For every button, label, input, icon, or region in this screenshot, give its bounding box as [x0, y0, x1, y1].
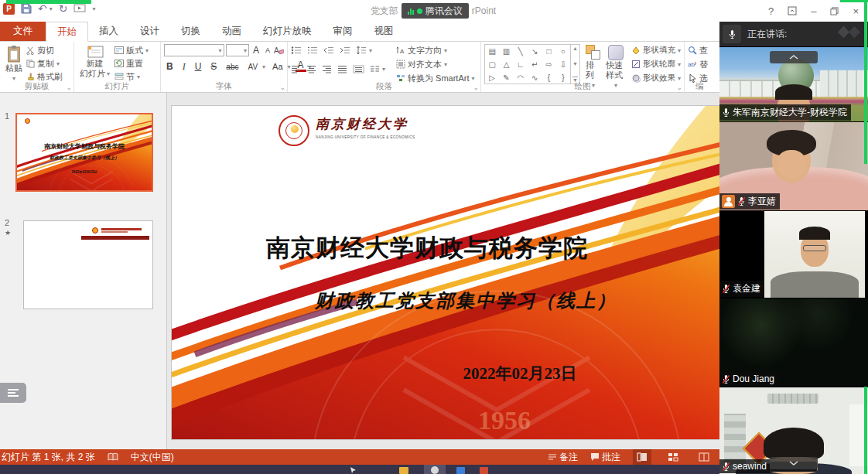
shapes-gallery: ▤ ▥ ╲ ↘ □ ○ ▢ △ ∟ ↵ ⇨ ⇩ ▷ ✎ ◠	[484, 44, 571, 84]
dialog-launcher-icon[interactable]: ⌄	[473, 84, 479, 91]
shape-cell[interactable]: △	[499, 58, 513, 71]
taskbar-folder-icon[interactable]	[399, 467, 408, 474]
font-size-combo[interactable]: ▾	[226, 44, 249, 56]
grow-font-button[interactable]: A	[251, 45, 261, 56]
align-text-button[interactable]: 对齐文本▾	[396, 58, 474, 70]
shape-cell[interactable]: ⇩	[556, 58, 570, 71]
tab-transitions[interactable]: 切换	[170, 22, 211, 41]
align-left-icon[interactable]	[291, 65, 301, 73]
reset-button[interactable]: 重置	[114, 57, 149, 70]
paste-button[interactable]: 粘贴 ▾	[3, 44, 25, 84]
increase-indent-icon[interactable]	[340, 46, 350, 55]
shrink-font-button[interactable]: A	[263, 46, 272, 54]
numbering-icon[interactable]	[307, 46, 318, 55]
text-direction-button[interactable]: A 文字方向▾	[396, 44, 474, 56]
decrease-indent-icon[interactable]	[323, 46, 334, 55]
powerpoint-app-icon[interactable]: P	[3, 3, 15, 15]
shape-cell[interactable]: ▥	[499, 45, 513, 58]
slide-title[interactable]: 南京财经大学财政与税务学院	[172, 232, 682, 264]
slide-canvas[interactable]: 南京财经大学 NANJING UNIVERSITY OF FINANCE & E…	[172, 106, 760, 439]
shape-cell[interactable]: ↘	[528, 45, 542, 58]
slide-thumbnail-1[interactable]: 南京财经大学财政与税务学院 财政教工党支部集中学习（线上） 2022年02月23…	[15, 113, 153, 192]
cut-button[interactable]: 剪切	[26, 44, 63, 56]
bold-button[interactable]: B	[164, 61, 176, 72]
floating-panel-toggle[interactable]	[0, 383, 26, 403]
help-button[interactable]: ?	[768, 5, 774, 17]
tab-home[interactable]: 开始	[46, 22, 88, 42]
taskbar-cursor-icon[interactable]	[350, 466, 357, 474]
char-spacing-button[interactable]: AV▾	[245, 60, 265, 73]
shape-cell[interactable]: ↵	[528, 58, 542, 71]
shape-cell[interactable]: ▤	[485, 45, 499, 58]
layout-grid-icon-2[interactable]	[849, 26, 861, 39]
line-spacing-icon[interactable]: ▾	[356, 44, 372, 56]
ribbon-display-options-icon[interactable]	[788, 6, 797, 15]
font-name-combo[interactable]: ▾	[164, 44, 224, 56]
tab-view[interactable]: 视图	[364, 22, 405, 41]
italic-button[interactable]: I	[180, 61, 188, 73]
shape-cell[interactable]: □	[542, 45, 555, 58]
slide-thumbnail-2[interactable]	[23, 220, 153, 309]
tab-review[interactable]: 审阅	[323, 22, 364, 41]
shape-cell[interactable]: ○	[556, 45, 570, 58]
view-normal-button[interactable]	[633, 449, 651, 465]
tab-design[interactable]: 设计	[129, 22, 170, 41]
participant-tile-doujiang[interactable]: Dou Jiang	[719, 298, 868, 387]
tab-insert[interactable]: 插入	[88, 22, 129, 41]
close-button[interactable]: ×	[853, 5, 859, 17]
dialog-launcher-icon[interactable]: ⌄	[676, 84, 682, 91]
distribute-icon[interactable]	[353, 65, 364, 73]
align-center-icon[interactable]	[306, 65, 316, 73]
collapse-panel-button[interactable]	[770, 51, 818, 63]
mic-muted-icon	[722, 462, 730, 472]
shadow-strike-button[interactable]: S	[208, 61, 219, 72]
shape-cell[interactable]: ∟	[514, 58, 528, 71]
microphone-button[interactable]	[723, 25, 741, 43]
justify-icon[interactable]	[337, 65, 347, 73]
participant-tile-seawind[interactable]: seawind	[719, 387, 868, 474]
tab-file[interactable]: 文件	[0, 22, 46, 41]
participant-tile-zhujun[interactable]: 朱军南京财经大学-财税学院	[719, 46, 868, 121]
clear-formatting-icon[interactable]: A	[274, 46, 284, 55]
slide-subtitle[interactable]: 财政教工党支部集中学习（线上）	[172, 288, 760, 313]
taskbar-blue-app-icon[interactable]	[456, 467, 465, 474]
underline-button[interactable]: U	[193, 61, 204, 72]
taskbar-active-app[interactable]	[424, 465, 446, 474]
spellcheck-icon[interactable]	[108, 452, 118, 462]
expand-panel-button[interactable]	[770, 457, 818, 469]
save-icon[interactable]	[21, 3, 32, 14]
bullets-icon[interactable]	[291, 46, 302, 55]
customize-qat-caret[interactable]: ▾	[92, 5, 95, 12]
participant-tile-liyajing[interactable]: 李亚婧	[719, 121, 868, 210]
minimize-button[interactable]: –	[811, 5, 816, 17]
dialog-launcher-icon[interactable]: ⌄	[279, 84, 285, 91]
view-reading-button[interactable]	[695, 449, 713, 465]
start-slideshow-icon[interactable]	[73, 4, 86, 13]
shape-outline-button[interactable]: 形状轮廓▾	[631, 58, 681, 70]
slide-date[interactable]: 2022年02月23日	[404, 363, 636, 384]
restore-button[interactable]	[830, 7, 839, 15]
participant-tile-yuanjinjian[interactable]: 袁金建	[719, 210, 868, 298]
shape-fill-button[interactable]: 形状填充▾	[631, 44, 681, 56]
taskbar-red-app-icon[interactable]	[480, 467, 488, 474]
redo-button[interactable]: ↻	[59, 2, 68, 15]
language-indicator[interactable]: 中文(中国)	[131, 451, 174, 464]
shape-cell[interactable]: ╲	[514, 45, 528, 58]
comments-toggle[interactable]: 批注	[590, 451, 620, 463]
new-slide-button[interactable]: 新建 幻灯片▾	[77, 44, 112, 83]
undo-button[interactable]: ↶▾	[38, 2, 53, 15]
view-sorter-button[interactable]	[664, 449, 682, 465]
shape-cell[interactable]: ⇨	[542, 58, 555, 71]
shapes-gallery-scrollbar[interactable]: ▲▼▼	[571, 44, 580, 84]
dialog-launcher-icon[interactable]: ⌄	[66, 84, 72, 91]
notes-toggle[interactable]: 备注	[548, 451, 578, 463]
mic-muted-icon	[722, 374, 730, 384]
columns-icon[interactable]: ▾	[370, 63, 385, 75]
tab-animations[interactable]: 动画	[211, 22, 252, 41]
layout-button[interactable]: 版式▾	[114, 44, 149, 56]
shape-cell[interactable]: ▢	[485, 58, 499, 71]
strikethrough-button[interactable]: abc	[224, 63, 241, 71]
align-right-icon[interactable]	[322, 65, 332, 73]
tab-slideshow[interactable]: 幻灯片放映	[252, 22, 323, 41]
copy-button[interactable]: 复制▾	[26, 57, 63, 70]
